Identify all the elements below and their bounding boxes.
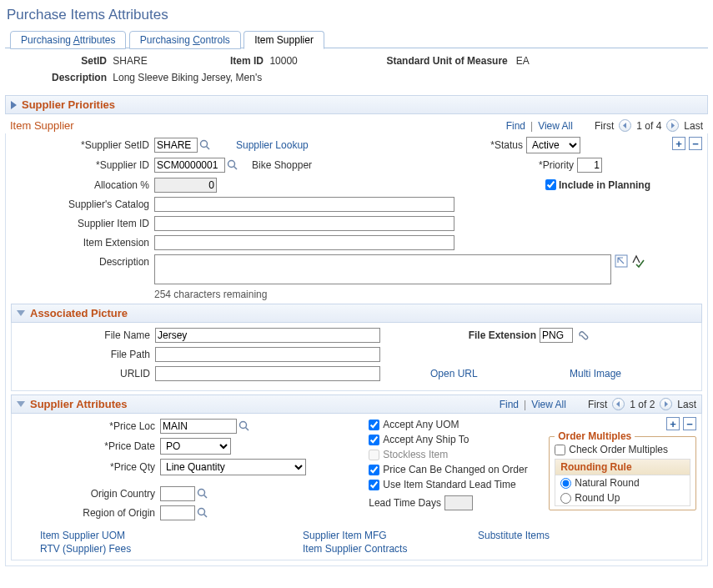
region-input[interactable] [160,505,195,520]
delete-row-button[interactable]: − [689,137,702,150]
svg-line-8 [204,495,208,499]
supplier-item-id-input[interactable] [154,216,454,231]
priority-input[interactable] [577,158,602,173]
svg-point-9 [198,509,205,515]
price-qty-select[interactable]: Line Quantity [160,459,306,475]
check-order-multiples-checkbox[interactable] [555,445,565,455]
item-extension-label: Item Extension [11,237,154,249]
fileext-label: File Extension [469,329,540,341]
include-planning-checkbox[interactable] [545,179,556,190]
svg-line-10 [204,515,208,518]
suom-label: Standard Unit of Measure [386,55,507,67]
item-supplier-uom-link[interactable]: Item Supplier UOM [40,530,125,541]
round-up-label: Round Up [575,492,620,504]
prev-button[interactable] [612,398,625,410]
price-date-label: Price Date [17,440,160,452]
filepath-label: File Path [17,349,155,360]
allocation-input [154,178,217,193]
last-label: Last [677,399,696,410]
next-button[interactable] [660,398,672,410]
accept-shipto-label: Accept Any Ship To [383,434,469,445]
position-label: 1 of 2 [630,399,655,410]
use-lead-checkbox[interactable] [369,480,379,490]
item-extension-input[interactable] [154,235,454,250]
price-date-select[interactable]: PO [160,438,231,455]
filepath-input[interactable] [155,347,380,362]
chevron-right-icon [11,101,17,109]
rounding-rule-title: Rounding Rule [555,460,690,475]
lookup-icon[interactable] [199,139,211,151]
price-change-checkbox[interactable] [369,465,379,475]
supplier-setid-input[interactable] [154,138,198,153]
supplier-lookup-link[interactable]: Supplier Lookup [236,139,309,151]
rtv-fees-link[interactable]: RTV (Supplier) Fees [40,543,131,555]
desc-value: Long Sleeve Biking Jersey, Men's [113,72,262,83]
check-order-multiples-label: Check Order Multiples [569,444,668,455]
price-qty-label: Price Qty [17,461,160,473]
expand-icon[interactable] [615,254,628,268]
status-select[interactable]: Active [526,137,580,153]
origin-country-label: Origin Country [17,488,160,500]
price-change-label: Price Can Be Changed on Order [383,464,527,475]
tab-strip: Purchasing Attributes Purchasing Control… [5,30,708,48]
filename-input[interactable] [155,328,380,343]
rounding-rule-group: Rounding Rule Natural Round Round Up [555,459,690,506]
open-url-link[interactable]: Open URL [430,368,478,379]
viewall-link[interactable]: View All [538,120,573,132]
tab-purchasing-controls[interactable]: Purchasing Controls [129,31,241,49]
priority-label: *Priority [539,159,577,171]
prev-button[interactable] [619,119,631,132]
lookup-icon[interactable] [239,420,250,432]
item-supplier-contracts-link[interactable]: Item Supplier Contracts [303,543,407,555]
lookup-icon[interactable] [197,507,208,519]
suom-value: EA [516,55,530,67]
itemid-label: Item ID [217,55,267,67]
svg-line-3 [234,167,238,170]
associated-picture-block: File Name File Extension File Path URLID… [11,323,702,391]
urlid-input[interactable] [155,366,380,381]
find-link[interactable]: Find [506,120,525,132]
viewall-link[interactable]: View All [531,399,566,410]
next-button[interactable] [666,119,679,132]
round-up-radio[interactable] [560,493,571,504]
allocation-label: Allocation % [11,179,154,191]
header-info: SetID SHARE Item ID 10000 Standard Unit … [5,48,708,92]
find-link[interactable]: Find [500,399,519,410]
supplier-priorities-title: Supplier Priorities [22,98,115,111]
add-row-button[interactable]: + [666,417,680,430]
price-loc-label: Price Loc [17,420,160,432]
attach-icon[interactable] [576,329,590,342]
add-row-button[interactable]: + [672,137,685,150]
tab-purchasing-attributes[interactable]: Purchasing Attributes [10,31,126,49]
spellcheck-icon[interactable] [631,254,645,268]
position-label: 1 of 4 [636,120,661,132]
accept-uom-label: Accept Any UOM [383,419,459,430]
origin-country-input[interactable] [160,486,195,501]
lookup-icon[interactable] [197,488,208,500]
lead-days-label: Lead Time Days [369,497,441,509]
accept-shipto-checkbox[interactable] [369,435,379,445]
delete-row-button[interactable]: − [683,417,696,430]
multi-image-link[interactable]: Multi Image [570,368,621,379]
supplier-priorities-bar[interactable]: Supplier Priorities [5,95,708,114]
description-textarea[interactable] [154,254,611,284]
associated-picture-bar[interactable]: Associated Picture [11,304,702,323]
accept-uom-checkbox[interactable] [369,420,379,430]
filename-label: File Name [17,329,155,341]
fileext-input[interactable] [540,328,573,343]
include-planning-label: Include in Planning [559,179,650,191]
svg-point-2 [228,161,235,168]
supplier-id-input[interactable] [154,158,225,173]
tab-item-supplier[interactable]: Item Supplier [244,31,324,49]
supplier-attributes-block: + − Price Loc Price Date PO Price Qty [11,414,702,560]
substitute-items-link[interactable]: Substitute Items [478,530,550,541]
catalog-input[interactable] [154,197,454,212]
price-loc-input[interactable] [160,419,237,434]
lookup-icon[interactable] [227,159,239,171]
supplier-id-label: Supplier ID [11,159,154,171]
item-supplier-title: Item Supplier [10,119,74,132]
natural-round-radio[interactable] [560,478,571,489]
first-label: First [588,399,607,410]
supplier-item-mfg-link[interactable]: Supplier Item MFG [303,530,387,541]
item-supplier-form: + − Supplier SetID Supplier Lookup *Stat… [5,133,708,566]
